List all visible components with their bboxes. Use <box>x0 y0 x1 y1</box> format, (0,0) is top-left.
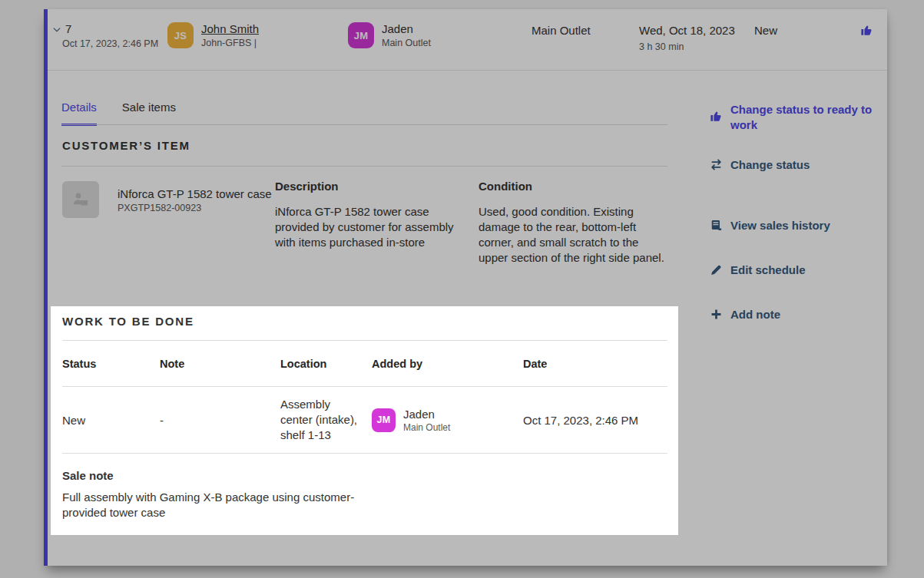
service-order-card: 7 Oct 17, 2023, 2:46 PM JS John Smith Jo… <box>44 9 887 566</box>
action-label: Change status to ready to work <box>730 102 876 133</box>
work-location: Assembly center (intake), shelf 1-13 <box>280 397 372 443</box>
customer-with-item-icon <box>71 190 91 210</box>
condition-text: Used, good condition. Existing damage to… <box>479 204 671 266</box>
customer-cell: JS John Smith John-GFBS | <box>167 22 259 48</box>
customer-avatar: JS <box>167 22 194 48</box>
work-table-header: Status Note Location Added by Date <box>62 341 667 387</box>
thumbs-up-icon[interactable] <box>860 24 873 37</box>
action-label: Edit schedule <box>730 263 806 278</box>
description-text: iNforca GT-P 1582 tower case provided by… <box>275 204 463 250</box>
chevron-down-icon[interactable] <box>52 25 61 35</box>
condition-label: Condition <box>479 180 671 193</box>
col-header-status: Status <box>62 358 160 370</box>
swap-arrows-icon <box>710 158 723 171</box>
assignee-subtitle: Main Outlet <box>382 38 431 48</box>
description-label: Description <box>275 180 463 193</box>
section-divider <box>61 166 667 167</box>
page-background: 7 Oct 17, 2023, 2:46 PM JS John Smith Jo… <box>0 0 924 578</box>
sales-history-icon <box>710 219 723 232</box>
action-label: View sales history <box>730 218 830 233</box>
action-change-status[interactable]: Change status <box>710 157 810 173</box>
work-status: New <box>62 414 160 427</box>
pencil-icon <box>710 263 723 276</box>
plus-icon <box>710 308 723 321</box>
duration: 3 h 30 min <box>639 41 735 52</box>
work-note: - <box>160 414 280 427</box>
added-by-name: Jaden <box>403 408 450 421</box>
assignee-avatar: JM <box>348 22 374 48</box>
customer-name-link[interactable]: John Smith <box>201 22 259 35</box>
item-description-block: Description iNforca GT-P 1582 tower case… <box>275 180 463 250</box>
work-to-be-done-section: WORK TO BE DONE Status Note Location Add… <box>51 306 678 535</box>
thumbs-up-icon <box>710 110 723 123</box>
assignee-cell: JM Jaden Main Outlet <box>348 22 431 48</box>
customer-subtitle: John-GFBS | <box>201 38 259 48</box>
order-id-block: 7 Oct 17, 2023, 2:46 PM <box>52 22 158 49</box>
col-header-date: Date <box>523 358 667 370</box>
action-add-note[interactable]: Add note <box>710 307 780 322</box>
action-label: Add note <box>730 307 780 322</box>
sale-note-text: Full assembly with Gaming X-B package us… <box>62 490 371 520</box>
order-created-at: Oct 17, 2023, 2:46 PM <box>62 38 158 49</box>
item-code: PXGTP1582-00923 <box>118 203 201 213</box>
work-added-by: JM Jaden Main Outlet <box>372 408 523 433</box>
detail-tabs: Details Sale items <box>61 101 176 126</box>
work-table-row: New - Assembly center (intake), shelf 1-… <box>62 387 667 454</box>
item-condition-block: Condition Used, good condition. Existing… <box>479 180 671 266</box>
col-header-location: Location <box>280 358 372 370</box>
outlet-name: Main Outlet <box>532 24 591 37</box>
schedule-cell: Wed, Oct 18, 2023 3 h 30 min <box>639 24 735 52</box>
assignee-name: Jaden <box>382 22 431 35</box>
item-name: iNforca GT-P 1582 tower case <box>118 187 272 200</box>
col-header-added-by: Added by <box>372 358 523 370</box>
action-view-sales-history[interactable]: View sales history <box>710 218 830 233</box>
action-label: Change status <box>730 157 810 173</box>
service-order-row[interactable]: 7 Oct 17, 2023, 2:46 PM JS John Smith Jo… <box>48 9 887 71</box>
order-number: 7 <box>65 22 71 35</box>
tab-details[interactable]: Details <box>61 101 97 126</box>
sale-note-label: Sale note <box>62 469 667 482</box>
added-by-subtitle: Main Outlet <box>403 422 450 433</box>
work-section-title: WORK TO BE DONE <box>62 306 667 328</box>
due-date: Wed, Oct 18, 2023 <box>639 24 735 37</box>
item-image-placeholder <box>62 181 99 218</box>
tab-sale-items[interactable]: Sale items <box>122 101 176 126</box>
customer-item-title: CUSTOMER’S ITEM <box>62 139 190 152</box>
col-header-note: Note <box>160 358 280 370</box>
action-change-status-ready[interactable]: Change status to ready to work <box>710 102 876 133</box>
added-by-avatar: JM <box>372 408 396 432</box>
tabs-divider <box>61 124 667 125</box>
status-badge: New <box>754 24 777 37</box>
action-edit-schedule[interactable]: Edit schedule <box>710 263 806 278</box>
work-date: Oct 17, 2023, 2:46 PM <box>523 414 667 427</box>
